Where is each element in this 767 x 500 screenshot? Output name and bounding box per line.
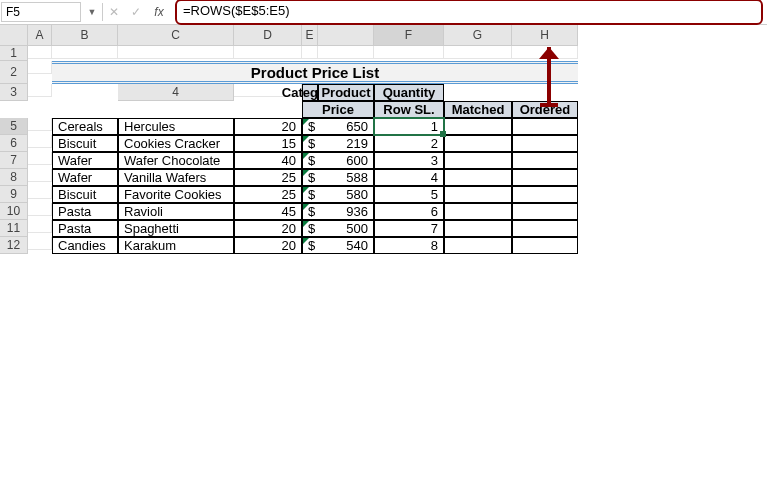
empty-cell[interactable] [28,152,52,165]
row-header-8[interactable]: 8 [0,169,28,186]
select-all[interactable] [0,25,28,46]
row-header-1[interactable]: 1 [0,46,28,61]
cell-price-sym[interactable]: $ [302,152,318,169]
table-header[interactable]: Matched [444,101,512,118]
cell-matched[interactable] [444,118,512,135]
empty-cell[interactable] [318,46,374,59]
table-header[interactable]: Quantity [374,84,444,101]
empty-cell[interactable] [28,203,52,216]
cell-row-sl[interactable]: 2 [374,135,444,152]
row-header-2[interactable]: 2 [0,61,28,84]
row-header-9[interactable]: 9 [0,186,28,203]
cell-ordered[interactable] [512,186,578,203]
cell-row-sl[interactable]: 7 [374,220,444,237]
row-header-4[interactable]: 4 [118,84,234,101]
empty-cell[interactable] [52,84,118,101]
column-header-G[interactable]: G [444,25,512,46]
fx-icon[interactable]: fx [147,5,171,19]
table-header[interactable]: Row SL. [374,101,444,118]
cell-price-sym[interactable]: $ [302,169,318,186]
cell-matched[interactable] [444,237,512,254]
cell-category[interactable]: Biscuit [52,186,118,203]
column-header-D[interactable]: D [234,25,302,46]
row-header-12[interactable]: 12 [0,237,28,254]
cell-quantity[interactable]: 15 [234,135,302,152]
cell-matched[interactable] [444,186,512,203]
cell-row-sl[interactable]: 5 [374,186,444,203]
cell-category[interactable]: Pasta [52,203,118,220]
name-box-dropdown-icon[interactable]: ▼ [82,3,103,21]
cell-category[interactable]: Wafer [52,169,118,186]
cell-category[interactable]: Pasta [52,220,118,237]
cell-price-sym[interactable]: $ [302,203,318,220]
row-header-7[interactable]: 7 [0,152,28,169]
column-header-C[interactable]: C [118,25,234,46]
cell-ordered[interactable] [512,203,578,220]
cell-price[interactable]: 650 [318,118,374,135]
cell-product[interactable]: Wafer Chocolate [118,152,234,169]
cell-row-sl[interactable]: 4 [374,169,444,186]
column-header-H[interactable]: H [512,25,578,46]
cell-product[interactable]: Spaghetti [118,220,234,237]
cell-price[interactable]: 936 [318,203,374,220]
cell-category[interactable]: Biscuit [52,135,118,152]
cell-quantity[interactable]: 25 [234,186,302,203]
cell-quantity[interactable]: 20 [234,237,302,254]
row-header-11[interactable]: 11 [0,220,28,237]
cell-price[interactable]: 588 [318,169,374,186]
cell-row-sl[interactable]: 8 [374,237,444,254]
cell-product[interactable]: Ravioli [118,203,234,220]
cell-quantity[interactable]: 20 [234,220,302,237]
cell-product[interactable]: Vanilla Wafers [118,169,234,186]
cell-category[interactable]: Wafer [52,152,118,169]
cell-product[interactable]: Favorite Cookies [118,186,234,203]
cell-product[interactable]: Cookies Cracker [118,135,234,152]
cell-price-sym[interactable]: $ [302,135,318,152]
cell-ordered[interactable] [512,118,578,135]
table-header[interactable]: Product [318,84,374,101]
column-header-F[interactable]: F [374,25,444,46]
row-header-10[interactable]: 10 [0,203,28,220]
cell-price-sym[interactable]: $ [302,186,318,203]
cell-price[interactable]: 580 [318,186,374,203]
cell-matched[interactable] [444,152,512,169]
empty-cell[interactable] [28,61,52,74]
cell-ordered[interactable] [512,220,578,237]
row-header-6[interactable]: 6 [0,135,28,152]
cell-price-sym[interactable]: $ [302,237,318,254]
column-header-E[interactable] [318,25,374,46]
cell-matched[interactable] [444,135,512,152]
empty-cell[interactable] [28,135,52,148]
empty-cell[interactable] [28,237,52,250]
empty-cell[interactable] [28,84,52,97]
empty-cell[interactable] [512,46,578,59]
cell-quantity[interactable]: 40 [234,152,302,169]
cell-ordered[interactable] [512,135,578,152]
page-title[interactable]: Product Price List [52,61,578,84]
cell-ordered[interactable] [512,237,578,254]
cell-row-sl[interactable]: 3 [374,152,444,169]
cell-price[interactable]: 600 [318,152,374,169]
name-box[interactable]: F5 [1,2,81,22]
cell-matched[interactable] [444,169,512,186]
formula-bar[interactable]: =ROWS($E$5:E5) [175,0,763,25]
empty-cell[interactable] [302,46,318,59]
empty-cell[interactable] [52,46,118,59]
empty-cell[interactable] [28,46,52,59]
cell-ordered[interactable] [512,152,578,169]
column-header-A[interactable]: A [28,25,52,46]
cell-price[interactable]: 219 [318,135,374,152]
cell-category[interactable]: Candies [52,237,118,254]
empty-cell[interactable] [234,46,302,59]
cell-price-sym[interactable]: $ [302,118,318,135]
empty-cell[interactable] [374,46,444,59]
cell-row-sl[interactable]: 1 [374,118,444,135]
cell-row-sl[interactable]: 6 [374,203,444,220]
empty-cell[interactable] [28,220,52,233]
cell-quantity[interactable]: 45 [234,203,302,220]
cell-matched[interactable] [444,220,512,237]
cell-price[interactable]: 540 [318,237,374,254]
row-header-5[interactable]: 5 [0,118,28,135]
cell-matched[interactable] [444,203,512,220]
cell-quantity[interactable]: 25 [234,169,302,186]
